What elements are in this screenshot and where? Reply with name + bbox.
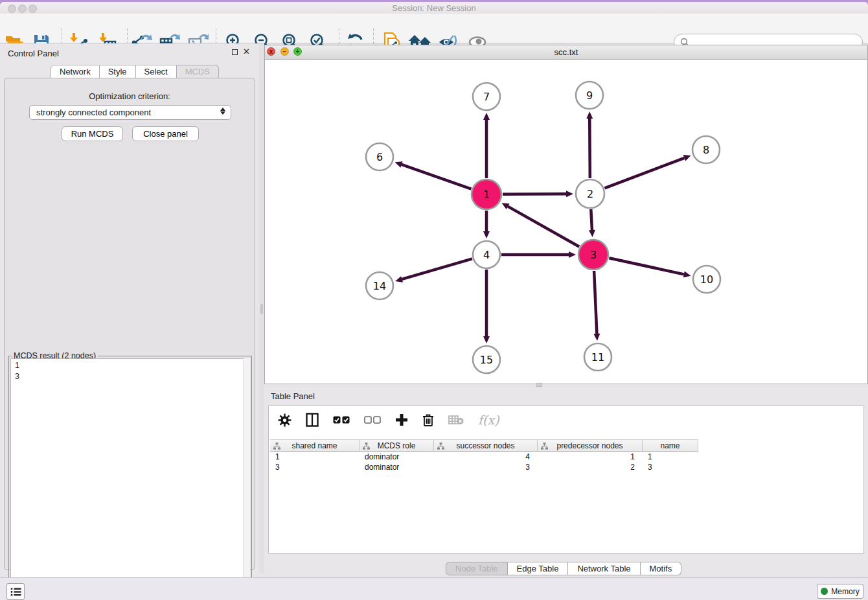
control-tab-style[interactable]: Style [100, 65, 136, 78]
graph-node-10[interactable]: 10 [693, 266, 720, 293]
table-tab-motifs[interactable]: Motifs [641, 562, 682, 575]
graph-edge-4-15[interactable] [483, 270, 490, 343]
svg-text:11: 11 [591, 351, 604, 363]
column-header-shared-name[interactable]: shared name [270, 439, 360, 452]
table-cell[interactable]: 3 [270, 462, 360, 472]
graph-node-7[interactable]: 7 [473, 83, 500, 110]
table-cell[interactable]: 3 [643, 462, 698, 472]
horizontal-splitter-handle[interactable] [536, 383, 542, 387]
control-tab-network[interactable]: Network [51, 65, 100, 78]
table-panel-title: Table Panel [271, 391, 315, 401]
graph-edge-3-1[interactable] [502, 203, 580, 246]
select-all-rows-icon[interactable] [333, 416, 350, 424]
show-columns-icon[interactable] [306, 413, 319, 427]
graph-edge-3-11[interactable] [593, 271, 600, 341]
graph-node-3[interactable]: 3 [578, 240, 608, 270]
graph-edge-1-7[interactable] [483, 113, 490, 178]
column-header-label: MCDS role [378, 441, 416, 450]
table-tab-edge-table[interactable]: Edge Table [508, 562, 569, 575]
graph-edge-2-8[interactable] [604, 155, 691, 188]
table-cell[interactable]: 1 [538, 452, 643, 462]
graph-edge-1-6[interactable] [395, 161, 472, 189]
close-panel-button[interactable]: Close panel [132, 126, 199, 141]
graph-edge-3-10[interactable] [609, 258, 691, 277]
optimization-criterion-select[interactable]: strongly connected component [29, 105, 231, 120]
mcds-result-scrollbar[interactable] [243, 358, 250, 600]
control-panel: Control Panel ✕ NetworkStyleSelectMCDS O… [0, 43, 259, 573]
graph-edge-2-3[interactable] [589, 209, 595, 237]
vertical-splitter[interactable] [259, 43, 264, 573]
network-graph: 7968124314101511 [265, 60, 867, 384]
graph-edge-4-3[interactable] [501, 251, 576, 258]
table-tab-network-table[interactable]: Network Table [568, 562, 640, 575]
network-canvas[interactable]: 7968124314101511 [265, 60, 867, 384]
column-header-label: successor nodes [456, 441, 514, 450]
graph-edge-1-2[interactable] [503, 190, 573, 197]
table-row[interactable]: 3dominator323 [270, 462, 863, 472]
column-header-predecessor-nodes[interactable]: predecessor nodes [538, 439, 643, 452]
graph-edge-4-14[interactable] [395, 259, 472, 282]
app-window: Session: New Session [0, 2, 868, 600]
mcds-result-line: 1 [15, 360, 246, 371]
control-panel-title: Control Panel [8, 49, 59, 58]
column-header-name[interactable]: name [643, 439, 698, 452]
delete-column-icon[interactable] [422, 413, 434, 427]
column-header-label: name [660, 441, 680, 450]
graph-edge-2-9[interactable] [586, 111, 593, 178]
mcds-tab-content: Optimization criterion: strongly connect… [4, 78, 255, 570]
graph-node-14[interactable]: 14 [366, 272, 393, 299]
run-mcds-button[interactable]: Run MCDS [62, 126, 123, 141]
splitter-handle[interactable] [260, 304, 263, 314]
column-header-MCDS-role[interactable]: MCDS role [360, 439, 434, 452]
graph-node-9[interactable]: 9 [576, 82, 603, 109]
task-history-button[interactable] [6, 583, 25, 600]
svg-text:8: 8 [703, 144, 709, 156]
control-tab-mcds[interactable]: MCDS [177, 65, 219, 78]
table-panel-body: f(x) shared nameMCDS rolesuccessor nodes… [268, 405, 864, 554]
graph-node-15[interactable]: 15 [473, 346, 500, 373]
svg-text:14: 14 [373, 280, 386, 292]
column-tree-icon [363, 443, 370, 450]
table-tab-node-table[interactable]: Node Table [446, 562, 508, 575]
control-tab-select[interactable]: Select [136, 65, 177, 78]
column-header-label: shared name [291, 441, 337, 450]
table-cell[interactable]: 2 [538, 462, 643, 472]
add-column-icon[interactable] [395, 413, 408, 426]
network-window-titlebar[interactable]: x − + scc.txt [265, 45, 867, 60]
table-settings-gear-icon[interactable] [278, 413, 291, 427]
table-panel-tabs: Node TableEdge TableNetwork TableMotifs [446, 562, 681, 575]
column-header-successor-nodes[interactable]: successor nodes [434, 439, 538, 452]
main-toolbar [0, 14, 868, 43]
svg-text:15: 15 [480, 354, 493, 366]
float-panel-icon[interactable] [232, 49, 238, 55]
delete-table-icon [448, 415, 464, 425]
table-rows: 1dominator4113dominator323 [270, 452, 863, 472]
table-row[interactable]: 1dominator411 [270, 452, 863, 462]
graph-node-11[interactable]: 11 [584, 343, 611, 371]
table-header-row: shared nameMCDS rolesuccessor nodesprede… [270, 439, 863, 452]
close-panel-icon[interactable]: ✕ [243, 49, 250, 55]
table-cell[interactable]: dominator [360, 452, 434, 462]
memory-label: Memory [831, 587, 859, 596]
deselect-all-rows-icon[interactable] [364, 416, 381, 424]
graph-node-8[interactable]: 8 [692, 136, 720, 163]
table-cell[interactable]: 1 [270, 452, 360, 462]
mcds-result-text[interactable]: 13 [10, 358, 250, 600]
table-cell[interactable]: 1 [643, 452, 698, 462]
table-toolbar: f(x) [269, 406, 863, 434]
column-tree-icon [541, 443, 548, 450]
graph-node-4[interactable]: 4 [473, 241, 500, 268]
mcds-result-line: 3 [15, 371, 246, 382]
graph-node-6[interactable]: 6 [366, 143, 393, 170]
graph-edge-1-4[interactable] [483, 211, 490, 238]
node-table: shared nameMCDS rolesuccessor nodesprede… [270, 439, 863, 472]
graph-node-2[interactable]: 2 [576, 179, 604, 208]
select-chevrons-icon [220, 108, 225, 115]
memory-button[interactable]: Memory [817, 584, 863, 599]
svg-text:9: 9 [586, 89, 593, 102]
table-cell[interactable]: 3 [434, 462, 538, 472]
graph-node-1[interactable]: 1 [472, 179, 501, 209]
svg-text:1: 1 [483, 189, 490, 201]
table-cell[interactable]: 4 [434, 452, 538, 462]
table-cell[interactable]: dominator [360, 462, 434, 472]
